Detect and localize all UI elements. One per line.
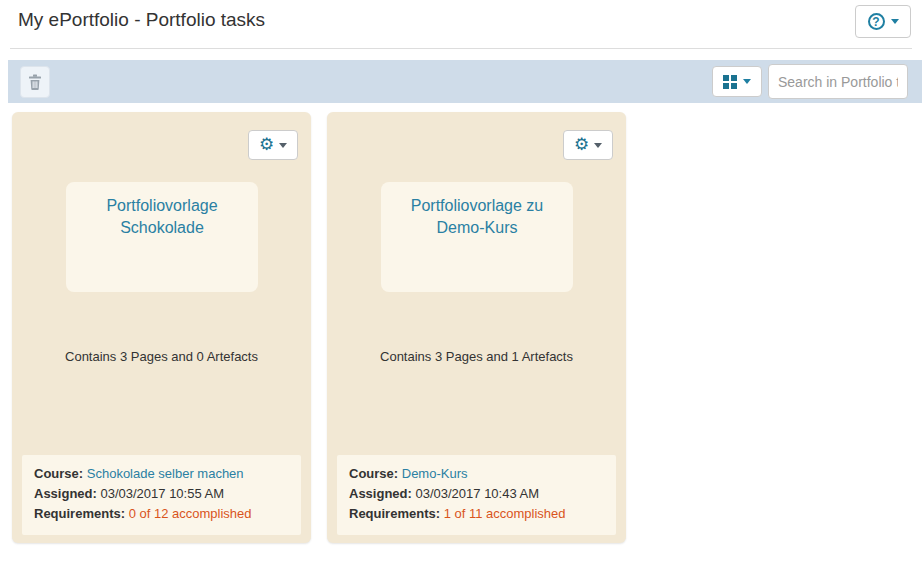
- contains-summary: Contains 3 Pages and 1 Artefacts: [327, 349, 626, 364]
- portfolio-tasks-page: My ePortfolio - Portfolio tasks ?: [0, 0, 922, 565]
- chevron-down-icon: [743, 79, 751, 84]
- help-dropdown-button[interactable]: ?: [855, 5, 911, 38]
- page-title: My ePortfolio - Portfolio tasks: [18, 9, 265, 31]
- gear-icon: ⚙: [574, 136, 589, 153]
- assigned-label: Assigned:: [34, 486, 97, 501]
- assigned-value: 03/03/2017 10:55 AM: [100, 486, 224, 501]
- requirements-row: Requirements: 1 of 11 accomplished: [349, 504, 604, 524]
- course-label: Course:: [349, 466, 398, 481]
- header-divider: [10, 48, 912, 49]
- portfolio-title-link[interactable]: Portfoliovorlage Schokolade: [80, 195, 244, 239]
- card-footer: Course: Schokolade selber machen Assigne…: [22, 455, 301, 535]
- requirements-label: Requirements:: [34, 506, 125, 521]
- trash-icon: [28, 74, 42, 90]
- tile-view-dropdown-button[interactable]: [712, 66, 762, 97]
- chevron-down-icon: [279, 143, 287, 148]
- assigned-value: 03/03/2017 10:43 AM: [415, 486, 539, 501]
- course-row: Course: Schokolade selber machen: [34, 464, 289, 484]
- portfolio-title-box[interactable]: Portfoliovorlage zu Demo-Kurs: [381, 182, 573, 292]
- grid-view-icon: [723, 75, 737, 89]
- requirements-label: Requirements:: [349, 506, 440, 521]
- actions-dropdown-button[interactable]: ⚙: [563, 130, 613, 160]
- requirements-value: 1 of 11 accomplished: [444, 506, 566, 521]
- toolbar: [8, 60, 922, 103]
- chevron-down-icon: [594, 143, 602, 148]
- gear-icon: ⚙: [259, 136, 274, 153]
- course-row: Course: Demo-Kurs: [349, 464, 604, 484]
- help-question-icon: ?: [868, 13, 885, 30]
- delete-button[interactable]: [20, 66, 50, 98]
- assigned-label: Assigned:: [349, 486, 412, 501]
- assigned-row: Assigned: 03/03/2017 10:43 AM: [349, 484, 604, 504]
- portfolio-card: ⚙ Portfoliovorlage zu Demo-Kurs Contains…: [327, 112, 626, 543]
- search-input[interactable]: [768, 64, 908, 99]
- requirements-row: Requirements: 0 of 12 accomplished: [34, 504, 289, 524]
- contains-summary: Contains 3 Pages and 0 Artefacts: [12, 349, 311, 364]
- assigned-row: Assigned: 03/03/2017 10:55 AM: [34, 484, 289, 504]
- actions-dropdown-button[interactable]: ⚙: [248, 130, 298, 160]
- portfolio-card: ⚙ Portfoliovorlage Schokolade Contains 3…: [12, 112, 311, 543]
- chevron-down-icon: [891, 19, 899, 24]
- requirements-value: 0 of 12 accomplished: [129, 506, 252, 521]
- course-link[interactable]: Schokolade selber machen: [87, 466, 244, 481]
- course-link[interactable]: Demo-Kurs: [402, 466, 468, 481]
- portfolio-title-link[interactable]: Portfoliovorlage zu Demo-Kurs: [395, 195, 559, 239]
- portfolio-title-box[interactable]: Portfoliovorlage Schokolade: [66, 182, 258, 292]
- card-footer: Course: Demo-Kurs Assigned: 03/03/2017 1…: [337, 455, 616, 535]
- course-label: Course:: [34, 466, 83, 481]
